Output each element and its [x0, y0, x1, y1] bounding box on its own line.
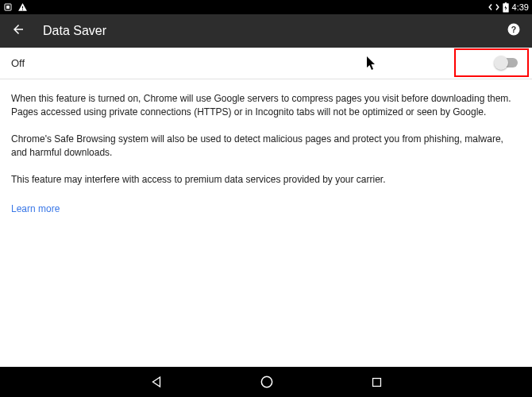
nav-recents-button[interactable]	[370, 376, 384, 389]
svg-point-8	[261, 376, 272, 387]
highlight-box	[454, 48, 529, 77]
description-p2: Chrome's Safe Browsing system will also …	[11, 133, 521, 160]
warning-icon	[17, 2, 28, 13]
learn-more-link[interactable]: Learn more	[11, 202, 60, 216]
help-button[interactable]: ?	[507, 22, 521, 40]
nav-bar	[0, 367, 532, 397]
status-bar: 4:39	[0, 0, 532, 14]
save-indicator-icon	[3, 2, 13, 12]
description-content: When this feature is turned on, Chrome w…	[0, 79, 532, 229]
status-time: 4:39	[512, 2, 529, 12]
nav-back-button[interactable]	[149, 375, 164, 389]
svg-text:?: ?	[511, 25, 516, 34]
data-saver-toggle[interactable]	[495, 58, 518, 67]
svg-rect-2	[22, 6, 23, 8]
svg-rect-1	[6, 6, 10, 9]
svg-rect-5	[504, 2, 506, 4]
description-p1: When this feature is turned on, Chrome w…	[11, 92, 521, 120]
toggle-status-label: Off	[11, 57, 454, 69]
svg-rect-9	[372, 378, 380, 386]
app-header: Data Saver ?	[0, 14, 532, 48]
back-button[interactable]	[11, 22, 25, 40]
description-p3: This feature may interfere with access t…	[11, 173, 521, 187]
nav-home-button[interactable]	[259, 374, 275, 390]
toggle-row: Off	[0, 48, 532, 79]
dev-mode-icon	[488, 3, 499, 11]
page-title: Data Saver	[43, 24, 507, 38]
battery-icon	[503, 2, 509, 13]
svg-rect-3	[22, 9, 23, 10]
